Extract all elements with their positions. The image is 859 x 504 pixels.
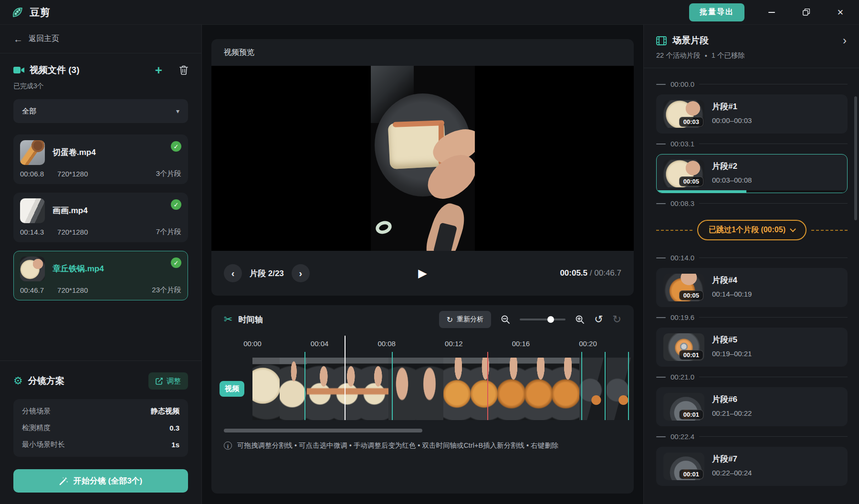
marker-time: 00:21.0 <box>670 373 694 381</box>
marker-time: 00:00.0 <box>670 80 694 88</box>
magnifier-minus-icon <box>501 315 510 324</box>
ruler-tick: 00:08 <box>377 339 396 348</box>
filmstrip-frame[interactable] <box>607 358 634 420</box>
scene-time-marker: 00:22.4 <box>656 432 848 441</box>
clip-name: 片段#4 <box>712 275 752 286</box>
video-file-thumbnail <box>20 257 45 281</box>
start-storyboard-button[interactable]: 开始分镜 (全部3个) <box>13 469 188 493</box>
clip-thumbnail: 00:05 <box>663 160 704 187</box>
undo-button[interactable]: ↺ <box>594 314 603 325</box>
clip-duration-badge: 00:03 <box>679 117 703 127</box>
filmstrip-frame[interactable] <box>280 358 307 420</box>
filmstrip-frame[interactable] <box>443 358 471 420</box>
filmstrip-frame[interactable] <box>388 358 416 420</box>
scene-clip-card[interactable]: 00:01 片段#7 00:22–00:24 <box>656 447 848 486</box>
add-video-button[interactable]: + <box>155 64 162 76</box>
video-file-item[interactable]: 画画.mp4 ✓ 00:14.3 720*1280 7个片段 <box>13 193 188 242</box>
filmstrip-frame[interactable] <box>498 358 525 420</box>
timeline-ruler[interactable]: 00:0000:0400:0800:1200:1600:20 <box>252 334 634 358</box>
video-camera-icon <box>13 65 25 75</box>
scene-clip-card[interactable]: 00:05 片段#4 00:14–00:19 <box>656 268 848 307</box>
split-line[interactable] <box>392 352 393 420</box>
scene-time-marker: 00:19.6 <box>656 313 848 321</box>
video-file-item[interactable]: 章丘铁锅.mp4 ✓ 00:46.7 720*1280 23个片段 <box>13 251 188 300</box>
filmstrip-frame[interactable] <box>334 358 361 420</box>
split-line[interactable] <box>605 352 606 420</box>
filmstrip-frame[interactable] <box>525 358 552 420</box>
split-line[interactable] <box>304 352 305 420</box>
video-stage[interactable] <box>211 66 634 251</box>
clip-progress-bar <box>657 190 847 193</box>
video-files-header: 视频文件 (3) <box>30 64 80 76</box>
zoom-out-button[interactable] <box>501 315 510 324</box>
zoom-in-button[interactable] <box>575 315 585 324</box>
marker-time: 00:14.0 <box>670 254 694 262</box>
current-time: 00:05.5 <box>560 268 587 278</box>
chevron-right-icon[interactable]: › <box>843 35 847 46</box>
filmstrip-frame[interactable] <box>552 358 579 420</box>
marker-time: 00:22.4 <box>670 432 694 441</box>
filmstrip-frame[interactable] <box>361 358 388 420</box>
playhead[interactable] <box>345 336 346 420</box>
minimize-icon <box>768 12 775 13</box>
clip-thumbnail: 00:01 <box>663 453 704 480</box>
filmstrip-frame[interactable] <box>307 358 334 420</box>
marker-line <box>699 203 848 204</box>
timeline-scrollbar[interactable] <box>224 429 422 432</box>
scene-clips-title: 场景片段 <box>672 34 709 47</box>
filmstrip-frame[interactable] <box>416 358 443 420</box>
clip-counter: 片段 2/23 <box>250 268 284 279</box>
film-strip-icon <box>656 36 667 45</box>
manual-split-line[interactable] <box>487 352 488 420</box>
delete-video-button[interactable] <box>179 65 188 75</box>
skip-dashed-line <box>811 230 848 231</box>
ruler-tick: 00:20 <box>579 339 597 348</box>
scene-clips-panel: 场景片段 › 22 个活动片段 • 1 个已移除 00:00.0 00:03 片… <box>643 25 859 504</box>
reanalyze-button[interactable]: ↻ 重新分析 <box>439 311 491 328</box>
play-button[interactable]: ▶ <box>418 267 427 280</box>
filmstrip-frame[interactable] <box>252 358 280 420</box>
split-line[interactable] <box>628 352 629 420</box>
file-filter-dropdown[interactable]: 全部 ▾ <box>13 99 188 123</box>
video-file-thumbnail <box>20 140 45 165</box>
scene-clip-card[interactable]: 00:03 片段#1 00:00–00:03 <box>656 94 848 134</box>
scene-time-marker: 00:21.0 <box>656 373 848 381</box>
slider-thumb[interactable] <box>547 316 554 323</box>
batch-export-button[interactable]: 批量导出 <box>689 3 744 21</box>
next-clip-button[interactable]: › <box>292 264 310 282</box>
clip-name: 片段#1 <box>712 101 752 112</box>
filmstrip[interactable] <box>252 358 634 420</box>
setting-label: 分镜场景 <box>22 407 51 416</box>
setting-value: 0.3 <box>169 424 179 432</box>
scene-time-marker: 00:14.0 <box>656 254 848 262</box>
scene-clip-card[interactable]: 00:01 片段#6 00:21–00:22 <box>656 387 848 426</box>
adjust-plan-button[interactable]: 调整 <box>148 372 188 390</box>
timeline-track-area[interactable]: 00:0000:0400:0800:1200:1600:20 <box>252 334 634 420</box>
filmstrip-frame[interactable] <box>471 358 498 420</box>
redo-button[interactable]: ↻ <box>613 314 621 325</box>
timeline-zoom-slider[interactable] <box>520 319 566 320</box>
scene-clip-card[interactable]: 00:05 片段#2 00:03–00:08 <box>656 154 848 193</box>
marker-line <box>699 144 848 144</box>
plan-setting-row: 检测精度 0.3 <box>22 420 179 436</box>
gear-icon: ⚙ <box>13 376 23 386</box>
scene-list-scrollbar[interactable] <box>854 96 857 220</box>
prev-clip-button[interactable]: ‹ <box>224 264 242 282</box>
video-file-segment-count: 23个片段 <box>152 286 181 295</box>
skipped-clips-button[interactable]: 已跳过1个片段 (00:05) <box>697 220 807 240</box>
video-file-item[interactable]: 切蛋卷.mp4 ✓ 00:06.8 720*1280 3个片段 <box>13 134 188 184</box>
clip-duration-badge: 00:05 <box>679 290 703 300</box>
video-file-duration: 00:06.8 <box>20 170 44 178</box>
maximize-button[interactable] <box>799 5 813 20</box>
ruler-tick: 00:00 <box>243 339 262 348</box>
close-button[interactable]: × <box>833 5 848 20</box>
scene-clip-card[interactable]: 00:01 片段#5 00:19–00:21 <box>656 328 848 367</box>
back-to-home-button[interactable]: ← 返回主页 <box>0 25 201 53</box>
split-line[interactable] <box>581 352 582 420</box>
filmstrip-frame[interactable] <box>579 358 607 420</box>
video-file-name: 切蛋卷.mp4 <box>52 147 96 158</box>
skipped-clips-row: 已跳过1个片段 (00:05) <box>656 220 848 240</box>
clip-duration-badge: 00:01 <box>679 469 703 479</box>
minimize-button[interactable] <box>765 5 779 20</box>
timeline-hint-text: 可拖拽调整分割线 • 可点击选中微调 • 手动调整后变为红色 • 双击时间轴或C… <box>237 440 558 452</box>
